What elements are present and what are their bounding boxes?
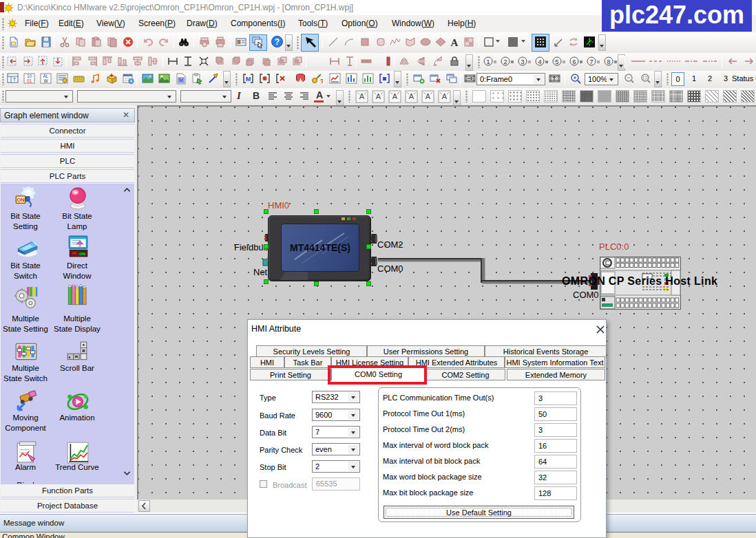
svg-text:T: T: [13, 76, 17, 83]
svg-text:01: 01: [27, 78, 32, 83]
svg-text:A: A: [392, 92, 398, 100]
svg-text:M: M: [179, 78, 183, 83]
svg-text:ON: ON: [17, 197, 25, 203]
svg-text:7: 7: [589, 58, 593, 65]
svg-text:?: ?: [320, 78, 323, 85]
svg-text:2: 2: [503, 58, 507, 65]
svg-text:3: 3: [521, 58, 524, 65]
svg-text:AL: AL: [43, 74, 49, 78]
svg-text:A: A: [451, 37, 459, 47]
svg-text:W: W: [43, 78, 48, 83]
svg-text:6: 6: [572, 58, 576, 65]
svg-text:A: A: [442, 92, 448, 100]
svg-text:A: A: [376, 92, 381, 100]
svg-text:A: A: [359, 92, 365, 100]
svg-text:5: 5: [555, 58, 558, 65]
svg-text:A: A: [409, 92, 414, 100]
svg-text:?: ?: [275, 37, 280, 47]
svg-text:88: 88: [72, 251, 76, 255]
svg-text:8: 8: [607, 58, 610, 65]
svg-text:10: 10: [27, 74, 32, 78]
svg-text:1: 1: [486, 58, 490, 65]
svg-text:A: A: [426, 92, 431, 100]
svg-text:ON: ON: [79, 252, 85, 256]
svg-text:4: 4: [538, 58, 541, 65]
svg-text:M: M: [246, 76, 251, 83]
